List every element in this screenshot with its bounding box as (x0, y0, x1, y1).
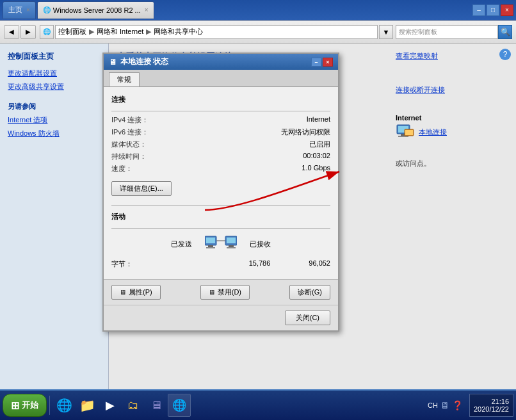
sidebar-link-sharing[interactable]: 更改高级共享设置 (8, 82, 101, 92)
maximize-btn[interactable]: □ (487, 4, 499, 16)
svg-rect-14 (405, 130, 413, 135)
dialog-titlebar: 🖥 本地连接 状态 – × (104, 54, 338, 70)
media-row: 媒体状态： 已启用 (111, 140, 330, 149)
taskbar-icon-server[interactable]: 🖥 (145, 394, 168, 417)
sidebar-link-adapter[interactable]: 更改适配器设置 (8, 69, 101, 78)
search-icon: 🔍 (501, 28, 510, 36)
taskbar-icon-ie[interactable]: 🌐 (52, 394, 76, 417)
taskbar-icon-network[interactable]: 🌐 (168, 394, 191, 417)
dialog-controls: – × (311, 58, 333, 67)
back-btn[interactable]: ◀ (4, 25, 19, 39)
media-value: 已启用 (309, 140, 330, 149)
taskbar-icon-folder[interactable]: 📁 (76, 394, 99, 417)
address-part2: 网络和 Internet (97, 27, 143, 36)
ipv6-label: IPv6 连接： (111, 127, 149, 137)
dialog-footer-btns: 🖥 属性(P) 🖥 禁用(D) 诊断(G) (104, 279, 338, 305)
speed-value: 1.0 Gbps (302, 164, 330, 174)
tab-server-label: Windows Server 2008 R2 ... (53, 6, 141, 14)
taskbar-icon-explorer[interactable]: 🗂 (122, 394, 145, 417)
activity-icons-row: 已发送 (111, 234, 330, 254)
search-placeholder: 搜索控制面板 (399, 28, 437, 36)
clock[interactable]: 21:16 2020/12/22 (469, 394, 513, 417)
svg-rect-17 (206, 238, 215, 243)
recv-bytes: 96,052 (309, 259, 330, 269)
sidebar-title: 控制面板主页 (8, 51, 101, 62)
folder-icon: 📁 (79, 398, 95, 413)
toolbar: ◀ ▶ 🌐 控制面板 ▶ 网络和 Internet ▶ 网络和共享中心 ▼ 搜索… (0, 20, 516, 44)
ipv6-value: 无网络访问权限 (281, 127, 330, 137)
sidebar-also-see: 另请参阅 Internet 选项 Windows 防火墙 (8, 102, 101, 138)
refresh-btn[interactable]: ▼ (379, 25, 393, 39)
dialog-close-x[interactable]: × (323, 58, 333, 67)
dialog-body: 连接 IPv4 连接： Internet IPv6 连接： 无网络访问权限 媒体… (104, 87, 338, 279)
network-icon-btn[interactable]: 🌐 (40, 25, 54, 39)
tab-home-close[interactable]: × (26, 6, 30, 13)
dialog-title: 本地连接 状态 (120, 56, 168, 67)
access-point-text: 或访问点。 (396, 159, 508, 168)
svg-rect-24 (227, 247, 236, 248)
server-icon: 🖥 (150, 399, 162, 412)
search-input[interactable]: 搜索控制面板 (396, 25, 498, 39)
address-part1: 控制面板 (58, 27, 86, 36)
taskbar-sep1 (49, 396, 50, 415)
activity-section: 活动 已发送 (111, 212, 330, 269)
network-adapter-icon (205, 234, 237, 254)
internet-label2: Internet (396, 114, 508, 122)
tab-server[interactable]: 🌐 Windows Server 2008 R2 ... × (37, 1, 154, 19)
media-label: 媒体状态： (111, 140, 147, 149)
minimize-btn[interactable]: – (472, 4, 485, 16)
properties-btn[interactable]: 🖥 属性(P) (111, 285, 161, 300)
svg-rect-22 (227, 238, 236, 243)
lang-indicator[interactable]: CH (428, 401, 438, 409)
local-conn-label[interactable]: 本地连接 (419, 127, 447, 137)
start-btn[interactable]: ⊞ 开始 (3, 394, 47, 417)
search-btn[interactable]: 🔍 (498, 25, 512, 39)
tab-server-close[interactable]: × (145, 6, 149, 13)
divider2 (111, 205, 330, 206)
sidebar-link-internet[interactable]: Internet 选项 (8, 115, 101, 125)
properties-icon: 🖥 (120, 289, 126, 296)
sidebar-link-firewall[interactable]: Windows 防火墙 (8, 129, 101, 138)
duration-value: 00:03:02 (303, 152, 330, 161)
sidebar-also-see-title: 另请参阅 (8, 102, 101, 111)
dialog-tab-general[interactable]: 常规 (109, 72, 140, 86)
close-dialog-btn[interactable]: 关闭(C) (285, 311, 330, 325)
taskbar-icon-cmd[interactable]: ▶ (99, 394, 122, 417)
disable-btn[interactable]: 🖥 禁用(D) (200, 285, 250, 300)
divider1 (111, 111, 330, 111)
diagnose-btn-label: 诊断(G) (298, 287, 322, 297)
close-btn[interactable]: × (501, 4, 513, 16)
tray-icon-help: ❓ (452, 400, 463, 410)
dialog-minimize[interactable]: – (311, 58, 321, 67)
dialog-tabs: 常规 (104, 70, 338, 87)
address-bar[interactable]: 控制面板 ▶ 网络和 Internet ▶ 网络和共享中心 (55, 25, 378, 39)
tray-icons: CH 🖥 ❓ (424, 399, 467, 412)
disable-icon: 🖥 (209, 289, 215, 296)
local-conn-item[interactable]: 本地连接 (396, 124, 508, 140)
dialog-title-container: 🖥 本地连接 状态 (109, 56, 168, 67)
dialog-title-icon: 🖥 (109, 58, 117, 67)
main-area: ◀ ▶ 🌐 控制面板 ▶ 网络和 Internet ▶ 网络和共享中心 ▼ 搜索… (0, 20, 516, 389)
clock-date: 2020/12/22 (474, 405, 509, 413)
sent-label: 已发送 (171, 239, 192, 249)
details-btn[interactable]: 详细信息(E)... (111, 181, 172, 196)
forward-btn[interactable]: ▶ (20, 25, 36, 39)
address-sep1: ▶ (89, 28, 94, 36)
taskbar: ⊞ 开始 🌐 📁 ▶ 🗂 🖥 🌐 CH 🖥 ❓ 21:16 2020/12/22 (0, 389, 516, 420)
sidebar: 控制面板主页 更改适配器设置 更改高级共享设置 另请参阅 Internet 选项… (0, 44, 109, 389)
sent-bytes: 15,786 (249, 259, 271, 269)
explorer-icon: 🗂 (127, 399, 139, 412)
tab-home[interactable]: 主页 × (3, 1, 36, 19)
clock-display: 21:16 2020/12/22 (474, 398, 509, 413)
ipv6-row: IPv6 连接： 无网络访问权限 (111, 127, 330, 137)
section-activity: 活动 (111, 212, 330, 223)
right-link-map[interactable]: 查看完整映射 (396, 51, 508, 61)
speed-row: 速度： 1.0 Gbps (111, 164, 330, 174)
diagnose-btn[interactable]: 诊断(G) (289, 285, 330, 300)
speed-label: 速度： (111, 164, 133, 174)
right-link-connect[interactable]: 连接或断开连接 (396, 85, 508, 95)
duration-label: 持续时间： (111, 152, 147, 161)
disable-btn-label: 禁用(D) (218, 287, 241, 297)
tab-home-label: 主页 (8, 5, 22, 15)
tray-icon-network: 🖥 (440, 400, 449, 410)
